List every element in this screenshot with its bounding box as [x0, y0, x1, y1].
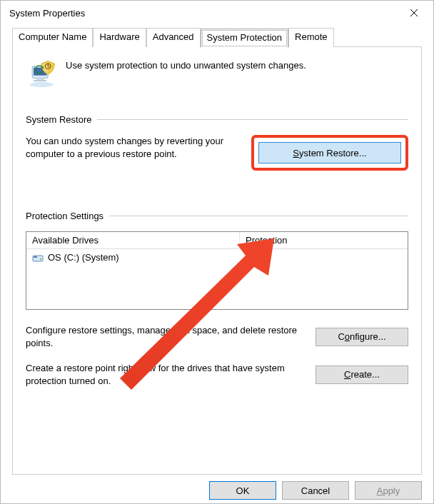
titlebar: System Properties: [1, 1, 433, 25]
drive-name: OS (C:) (System): [48, 252, 119, 263]
create-text: Create a restore point right now for the…: [26, 362, 304, 387]
close-icon: [410, 9, 418, 17]
divider: [97, 119, 408, 120]
svg-point-10: [40, 258, 41, 260]
table-body: OS (C:) (System) On: [26, 249, 408, 309]
tab-computer-name[interactable]: Computer Name: [12, 28, 93, 47]
configure-text: Configure restore settings, manage disk …: [26, 324, 304, 349]
protection-settings-group: Protection Settings Available Drives Pro…: [26, 211, 408, 387]
create-button[interactable]: Create...: [316, 366, 408, 384]
col-header-drives[interactable]: Available Drives: [26, 232, 240, 248]
drive-status: On: [240, 249, 408, 266]
create-row: Create a restore point right now for the…: [26, 362, 408, 387]
svg-rect-6: [34, 80, 46, 81]
drives-table: Available Drives Protection OS (C:) (Sys…: [26, 231, 408, 310]
close-button[interactable]: [399, 4, 429, 21]
tab-hardware[interactable]: Hardware: [93, 28, 146, 47]
tab-advanced[interactable]: Advanced: [146, 28, 201, 47]
intro-section: Use system protection to undo unwanted s…: [26, 57, 408, 89]
annotation-highlight: System Restore...: [251, 135, 408, 171]
group-header: Protection Settings: [26, 211, 408, 221]
table-row[interactable]: OS (C:) (System) On: [26, 249, 408, 266]
svg-rect-5: [36, 78, 44, 80]
tab-remote[interactable]: Remote: [288, 28, 334, 47]
apply-button[interactable]: Apply: [355, 481, 422, 500]
system-protection-icon: [26, 57, 57, 89]
svg-rect-9: [34, 256, 37, 258]
intro-text: Use system protection to undo unwanted s…: [66, 57, 306, 71]
tab-panel: Use system protection to undo unwanted s…: [12, 46, 422, 475]
table-header: Available Drives Protection: [26, 232, 408, 249]
configure-button[interactable]: Configure...: [316, 328, 408, 346]
group-label: System Restore: [26, 114, 91, 125]
tab-bar: Computer Name Hardware Advanced System P…: [12, 28, 422, 47]
col-header-protection[interactable]: Protection: [240, 232, 408, 248]
restore-description: You can undo system changes by reverting…: [26, 135, 240, 160]
cancel-button[interactable]: Cancel: [282, 481, 349, 500]
drive-icon: [32, 253, 44, 263]
configure-row: Configure restore settings, manage disk …: [26, 324, 408, 349]
divider: [109, 216, 408, 216]
svg-point-2: [30, 82, 54, 87]
system-restore-button[interactable]: System Restore...: [258, 142, 401, 163]
window-title: System Properties: [9, 8, 85, 19]
system-restore-group: System Restore You can undo system chang…: [26, 114, 408, 171]
group-label: Protection Settings: [26, 211, 104, 221]
dialog-footer: OK Cancel Apply: [12, 481, 422, 500]
ok-button[interactable]: OK: [209, 481, 276, 500]
group-header: System Restore: [26, 114, 408, 125]
tab-system-protection[interactable]: System Protection: [201, 29, 289, 48]
button-label: ystem Restore...: [299, 148, 367, 158]
